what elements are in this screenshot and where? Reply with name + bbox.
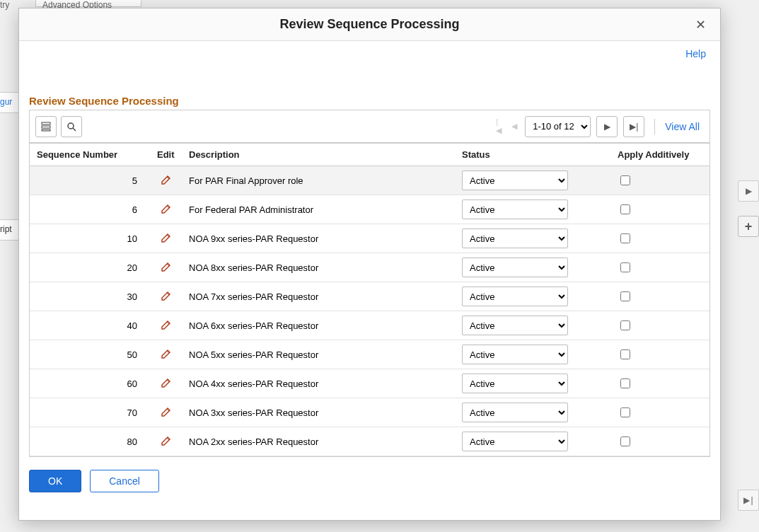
cell-status: ActiveInactive [455, 369, 610, 398]
apply-additively-checkbox[interactable] [620, 407, 630, 417]
grid-settings-button[interactable] [35, 116, 57, 137]
cell-status: ActiveInactive [455, 195, 610, 224]
cell-status: ActiveInactive [455, 253, 610, 282]
apply-additively-checkbox[interactable] [620, 175, 630, 185]
sequence-table: Sequence Number Edit Description Status … [30, 143, 709, 456]
apply-additively-checkbox[interactable] [620, 204, 630, 214]
table-row: 6For Federal PAR AdministratorActiveInac… [30, 195, 709, 224]
grid-settings-icon [41, 122, 51, 132]
apply-additively-checkbox[interactable] [620, 320, 630, 330]
bg-cut-text-try: try [0, 0, 8, 10]
cell-description: For PAR Final Approver role [182, 166, 455, 195]
status-select[interactable]: ActiveInactive [462, 200, 568, 219]
modal-footer: OK Cancel [19, 457, 720, 507]
table-row: 40NOA 6xx series-PAR RequestorActiveInac… [30, 311, 709, 340]
cell-status: ActiveInactive [455, 398, 610, 427]
cell-edit [150, 311, 182, 340]
cell-sequence-number: 6 [30, 195, 150, 224]
status-select[interactable]: ActiveInactive [462, 374, 568, 393]
edit-icon[interactable] [161, 435, 172, 446]
cell-description: NOA 9xx series-PAR Requestor [182, 224, 455, 253]
modal-body: Help Review Sequence Processing |◀ ◀ 1 [19, 41, 720, 520]
cell-status: ActiveInactive [455, 224, 610, 253]
cell-edit [150, 253, 182, 282]
edit-icon[interactable] [161, 406, 172, 417]
cell-status: ActiveInactive [455, 311, 610, 340]
edit-icon[interactable] [161, 174, 172, 185]
cell-apply-additively [610, 369, 709, 398]
cell-status: ActiveInactive [455, 427, 610, 456]
bg-left-tab-cut2: ript [0, 219, 18, 241]
modal-header: Review Sequence Processing ✕ [19, 8, 720, 41]
cell-sequence-number: 40 [30, 311, 150, 340]
next-page-button[interactable]: ▶ [596, 116, 618, 137]
cell-description: NOA 6xx series-PAR Requestor [182, 311, 455, 340]
status-select[interactable]: ActiveInactive [462, 229, 568, 248]
edit-icon[interactable] [161, 319, 172, 330]
table-row: 50NOA 5xx series-PAR RequestorActiveInac… [30, 340, 709, 369]
status-select[interactable]: ActiveInactive [462, 287, 568, 306]
bg-left-tab-cut1: gur [0, 92, 18, 113]
apply-additively-checkbox[interactable] [620, 436, 630, 446]
modal-title: Review Sequence Processing [279, 17, 459, 32]
cell-edit [150, 166, 182, 195]
edit-icon[interactable] [161, 377, 172, 388]
status-select[interactable]: ActiveInactive [462, 170, 568, 190]
cancel-button[interactable]: Cancel [90, 470, 159, 492]
col-header-apply-additively[interactable]: Apply Additively [610, 144, 709, 166]
cell-sequence-number: 30 [30, 282, 150, 311]
view-all-link[interactable]: View All [665, 121, 704, 132]
cell-apply-additively [610, 195, 709, 224]
apply-additively-checkbox[interactable] [620, 349, 630, 359]
col-header-status[interactable]: Status [455, 144, 610, 166]
col-header-edit[interactable]: Edit [150, 144, 182, 166]
apply-additively-checkbox[interactable] [620, 291, 630, 301]
status-select[interactable]: ActiveInactive [462, 316, 568, 335]
status-select[interactable]: ActiveInactive [462, 403, 568, 422]
cell-edit [150, 282, 182, 311]
svg-point-3 [68, 123, 74, 129]
apply-additively-checkbox[interactable] [620, 378, 630, 388]
bg-bottom-arrow-box[interactable]: ▶| [738, 490, 759, 511]
page-range-select[interactable]: 1-10 of 12 [525, 116, 591, 137]
col-header-sequence-number[interactable]: Sequence Number [30, 144, 150, 166]
edit-icon[interactable] [161, 261, 172, 272]
edit-icon[interactable] [161, 232, 172, 243]
last-page-icon: ▶| [630, 122, 638, 132]
status-select[interactable]: ActiveInactive [462, 345, 568, 364]
edit-icon[interactable] [161, 348, 172, 359]
search-button[interactable] [61, 116, 82, 137]
apply-additively-checkbox[interactable] [620, 233, 630, 243]
table-row: 80NOA 2xx series-PAR RequestorActiveInac… [30, 427, 709, 456]
cell-description: NOA 7xx series-PAR Requestor [182, 282, 455, 311]
svg-rect-0 [42, 122, 50, 125]
table-row: 30NOA 7xx series-PAR RequestorActiveInac… [30, 282, 709, 311]
edit-icon[interactable] [161, 290, 172, 301]
cell-description: NOA 4xx series-PAR Requestor [182, 369, 455, 398]
cell-description: For Federal PAR Administrator [182, 195, 455, 224]
svg-rect-2 [42, 129, 50, 131]
col-header-description[interactable]: Description [182, 144, 455, 166]
last-page-button[interactable]: ▶| [623, 116, 644, 137]
help-link[interactable]: Help [685, 48, 706, 59]
cell-status: ActiveInactive [455, 282, 610, 311]
search-icon [66, 122, 76, 132]
status-select[interactable]: ActiveInactive [462, 258, 568, 277]
bg-add-button[interactable]: + [738, 216, 759, 237]
cell-edit [150, 224, 182, 253]
cell-edit [150, 369, 182, 398]
apply-additively-checkbox[interactable] [620, 262, 630, 272]
first-page-icon[interactable]: |◀ [494, 122, 504, 132]
cell-edit [150, 340, 182, 369]
bg-right-arrow-box[interactable]: ▶ [738, 180, 759, 202]
cell-sequence-number: 50 [30, 340, 150, 369]
status-select[interactable]: ActiveInactive [462, 432, 568, 451]
cell-description: NOA 2xx series-PAR Requestor [182, 427, 455, 456]
cell-apply-additively [610, 166, 709, 195]
table-row: 20NOA 8xx series-PAR RequestorActiveInac… [30, 253, 709, 282]
edit-icon[interactable] [161, 203, 172, 214]
prev-page-icon[interactable]: ◀ [509, 122, 519, 132]
cell-description: NOA 8xx series-PAR Requestor [182, 253, 455, 282]
ok-button[interactable]: OK [29, 470, 81, 492]
close-icon[interactable]: ✕ [690, 14, 712, 35]
